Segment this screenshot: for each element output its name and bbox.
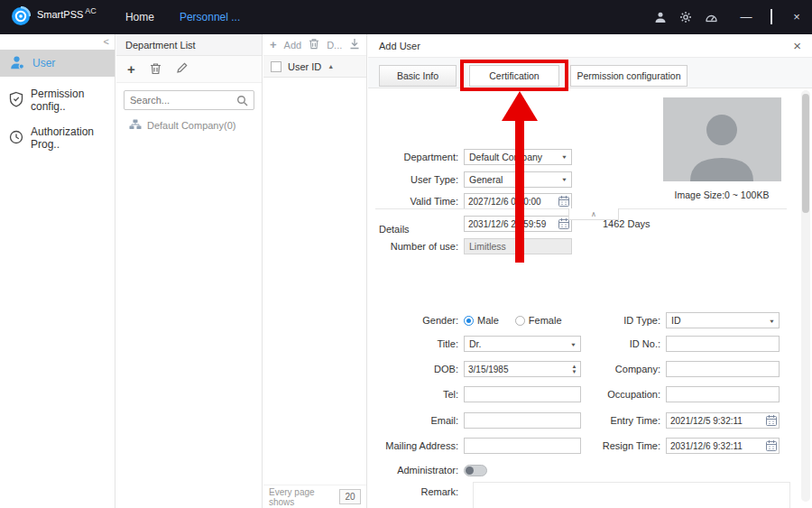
delete-user-button[interactable] <box>309 38 319 51</box>
gender-label: Gender: <box>374 315 464 326</box>
company-input[interactable] <box>666 361 780 377</box>
department-search-input[interactable] <box>125 95 235 106</box>
sort-asc-icon[interactable]: ▲ <box>328 63 334 69</box>
user-management-icon[interactable] <box>653 10 668 24</box>
resign-time-field <box>666 438 780 454</box>
shield-icon <box>9 91 23 110</box>
sidebar-collapse-button[interactable]: < <box>104 36 109 47</box>
female-radio-label[interactable]: Female <box>529 315 562 326</box>
dob-input[interactable] <box>464 361 581 377</box>
remark-textarea[interactable] <box>473 482 790 508</box>
title-select[interactable]: Dr. ▼ <box>464 336 581 352</box>
entry-time-field <box>666 412 780 429</box>
titlebar: SmartPSSAC Home Personnel ... — × <box>0 0 812 34</box>
dialog-scrollbar[interactable] <box>801 90 810 502</box>
department-toolbar: + <box>116 56 262 83</box>
sidebar-item-permission-config[interactable]: Permission config.. <box>0 87 115 114</box>
stepper-down-icon[interactable]: ▼ <box>572 369 577 374</box>
add-department-button[interactable]: + <box>127 63 135 76</box>
app-edition: AC <box>85 6 97 15</box>
dialog-close-button[interactable]: × <box>793 39 801 52</box>
valid-to-input[interactable] <box>464 216 572 232</box>
tab-basic-info[interactable]: Basic Info <box>379 65 457 87</box>
dashboard-gauge-icon[interactable] <box>704 10 718 24</box>
occupation-field <box>666 386 780 402</box>
delete-department-button[interactable] <box>150 62 161 77</box>
valid-from-input[interactable] <box>464 193 572 209</box>
administrator-toggle[interactable] <box>464 465 487 476</box>
add-user-button[interactable]: + <box>270 40 277 51</box>
page-size-input[interactable] <box>339 489 361 504</box>
tab-permission-configuration[interactable]: Permission configuration <box>570 65 687 87</box>
tel-label: Tel: <box>374 389 464 400</box>
tab-certification[interactable]: Certification <box>469 65 559 87</box>
tree-item-label: Default Company(0) <box>147 120 235 131</box>
chevron-down-icon: ▼ <box>570 341 577 346</box>
chevron-down-icon: ▼ <box>561 177 567 182</box>
user-type-select[interactable]: General ▼ <box>464 171 572 188</box>
entry-time-label: Entry Time: <box>586 415 666 426</box>
chevron-down-icon: ▼ <box>561 154 567 160</box>
tel-input[interactable] <box>464 386 581 402</box>
delete-dropdown-label[interactable]: D... <box>327 40 342 51</box>
department-search <box>124 90 254 110</box>
dialog-titlebar: Add User × <box>368 34 812 58</box>
valid-to-field <box>464 216 572 232</box>
entry-time-input[interactable] <box>666 412 780 429</box>
chevron-down-icon: ▼ <box>769 318 775 323</box>
tel-field <box>464 386 581 402</box>
clock-icon <box>9 130 23 147</box>
user-icon <box>9 54 25 73</box>
id-no-label: ID No.: <box>586 338 666 349</box>
company-field <box>666 361 780 377</box>
occupation-label: Occupation: <box>586 389 666 400</box>
user-list-footer: Every page shows <box>263 485 366 508</box>
close-button[interactable]: × <box>790 11 803 23</box>
titlebar-right-icons: — × <box>653 10 812 24</box>
image-size-note: Image Size:0 ~ 100KB <box>654 189 789 200</box>
occupation-input[interactable] <box>666 386 780 402</box>
administrator-label: Administrator: <box>374 465 464 476</box>
user-table-header: User ID ▲ <box>263 56 366 78</box>
add-user-dialog: Add User × Basic Info Certification Perm… <box>368 34 812 508</box>
title-label: Title: <box>374 338 464 349</box>
add-user-button-label[interactable]: Add <box>284 40 302 51</box>
user-type-label: User Type: <box>374 174 464 185</box>
edit-department-button[interactable] <box>176 62 188 76</box>
settings-gear-icon[interactable] <box>678 10 693 24</box>
dob-stepper[interactable]: ▲ ▼ <box>569 363 579 375</box>
minimize-button[interactable]: — <box>740 11 752 23</box>
calendar-icon[interactable] <box>558 195 570 208</box>
calendar-icon[interactable] <box>765 439 778 452</box>
maximize-button[interactable] <box>765 11 778 23</box>
select-all-checkbox[interactable] <box>271 61 281 72</box>
sidebar-item-user[interactable]: User <box>0 50 115 77</box>
smartpss-logo-icon <box>11 6 31 28</box>
titlebar-tab-personnel[interactable]: Personnel ... <box>180 11 240 23</box>
sidebar-item-authorization-progress[interactable]: Authorization Prog.. <box>0 125 115 152</box>
department-panel: Department List + Defaul <box>116 34 263 508</box>
male-radio[interactable] <box>464 316 474 326</box>
calendar-icon[interactable] <box>765 414 778 427</box>
id-no-input[interactable] <box>666 336 780 352</box>
valid-from-field <box>464 193 572 209</box>
scrollbar-thumb[interactable] <box>802 94 809 213</box>
resign-time-input[interactable] <box>666 438 780 454</box>
id-type-label: ID Type: <box>586 315 666 326</box>
id-type-select[interactable]: ID ▼ <box>666 312 780 328</box>
male-radio-label[interactable]: Male <box>477 315 499 326</box>
main-area: < User Permission config.. Authorization… <box>0 34 812 508</box>
column-header-user-id[interactable]: User ID <box>288 61 321 72</box>
female-radio[interactable] <box>515 316 525 326</box>
photo-placeholder[interactable] <box>663 97 781 181</box>
sidebar: < User Permission config.. Authorization… <box>0 34 115 508</box>
titlebar-tab-home[interactable]: Home <box>125 11 154 23</box>
tree-item-default-company[interactable]: Default Company(0) <box>116 115 262 135</box>
search-icon[interactable] <box>235 95 254 106</box>
mailing-address-input[interactable] <box>464 438 581 454</box>
collapse-details-button[interactable]: ∧ <box>568 208 619 220</box>
email-input[interactable] <box>464 412 581 429</box>
import-export-icon[interactable] <box>349 38 360 51</box>
basic-info-form: Department: Default Company ▼ User Type:… <box>368 88 812 508</box>
department-select[interactable]: Default Company ▼ <box>464 149 572 165</box>
